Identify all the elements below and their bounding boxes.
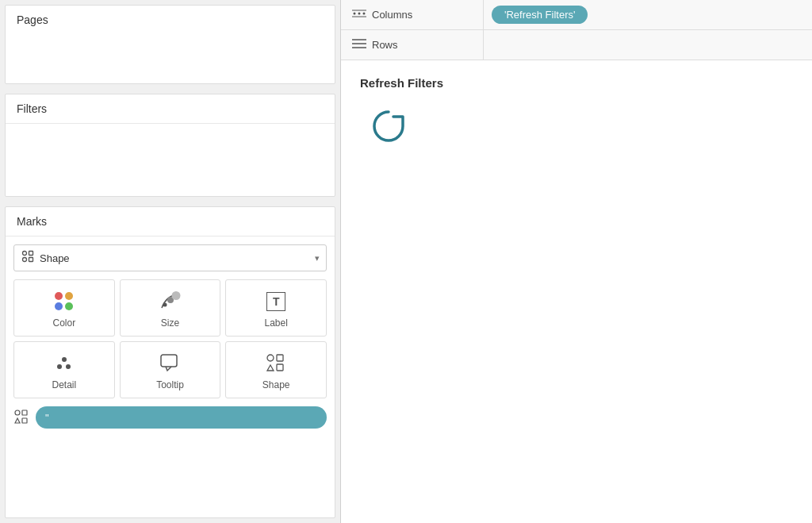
right-panel: Columns 'Refresh Filters' Rows [341,0,812,523]
svg-point-14 [354,13,356,15]
shape-pill[interactable]: " [36,406,327,429]
tooltip-card[interactable]: Tooltip [120,341,221,398]
detail-card[interactable]: Detail [13,341,115,398]
pages-section: Pages [5,5,335,84]
marks-type-label: Shape [40,252,315,264]
svg-rect-1 [29,252,33,256]
main-title: Refresh Filters [360,76,793,90]
rows-text: Rows [372,39,398,51]
size-label: Size [161,317,179,329]
left-panel: Pages Filters Marks [0,0,341,523]
columns-content: 'Refresh Filters' [484,6,812,24]
shape-row-icon [13,409,29,427]
size-icon [159,290,181,313]
shape-pill-text: " [45,412,49,424]
columns-pill-text: 'Refresh Filters' [504,9,575,21]
color-card[interactable]: Color [13,279,115,336]
label-card[interactable]: T Label [225,279,327,336]
shape-row: " [13,406,327,429]
shape-icon [266,352,286,375]
svg-rect-3 [29,258,33,262]
svg-point-6 [172,291,181,300]
columns-text: Columns [372,9,412,21]
detail-icon [57,352,71,375]
svg-rect-13 [22,418,27,423]
rows-shelf: Rows [341,30,812,60]
svg-rect-9 [277,355,283,361]
label-label: Label [264,317,287,329]
marks-header: Marks [6,207,335,237]
svg-rect-12 [22,410,27,415]
detail-label: Detail [52,379,76,390]
svg-point-16 [363,13,366,15]
svg-point-4 [163,302,167,306]
label-icon: T [266,290,285,313]
marks-grid: Color Size [13,279,327,398]
refresh-icon-area [360,106,793,147]
tooltip-icon [159,352,180,375]
rows-icon [352,37,366,53]
svg-point-11 [15,410,20,415]
columns-label-area: Columns [341,0,484,29]
marks-section: Marks Shape ▾ [5,206,335,518]
refresh-icon[interactable] [368,106,409,147]
shape-card[interactable]: Shape [225,341,327,398]
chevron-down-icon: ▾ [315,253,320,263]
color-label: Color [52,317,75,329]
main-view: Refresh Filters [341,60,812,523]
marks-body: Shape ▾ [6,237,335,436]
color-icon [55,290,74,313]
filters-title: Filters [17,102,47,115]
svg-point-15 [358,13,361,15]
columns-pill[interactable]: 'Refresh Filters' [492,6,588,24]
svg-rect-7 [161,355,177,367]
shape-mark-label: Shape [262,379,290,390]
marks-type-icon [21,249,35,267]
svg-point-0 [23,252,27,256]
svg-point-2 [23,258,27,262]
marks-title: Marks [17,215,47,228]
svg-point-8 [267,355,274,361]
rows-label-area: Rows [341,30,484,60]
size-card[interactable]: Size [120,279,221,336]
svg-rect-10 [277,364,283,371]
tooltip-label: Tooltip [156,379,184,390]
pages-header: Pages [6,6,335,34]
columns-shelf: Columns 'Refresh Filters' [341,0,812,30]
columns-icon [352,6,366,23]
pages-title: Pages [17,13,48,26]
filters-header: Filters [6,94,335,124]
filters-section: Filters [5,94,335,197]
marks-type-dropdown[interactable]: Shape ▾ [13,244,327,271]
